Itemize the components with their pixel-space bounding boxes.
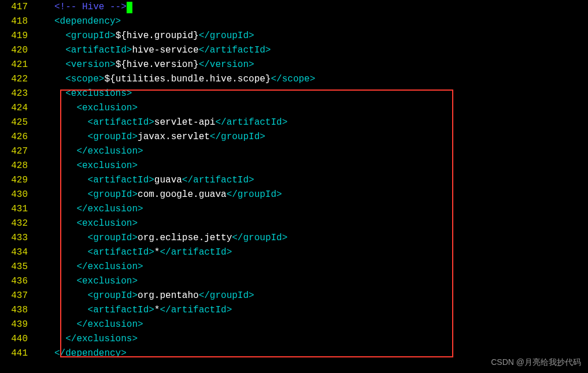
code-token: <dependency>	[54, 16, 121, 27]
code-line[interactable]: 433 <groupId>org.eclipse.jetty</groupId>	[0, 231, 588, 245]
line-number: 439	[0, 318, 31, 332]
code-content[interactable]: <groupId>${hive.groupid}</groupId>	[31, 29, 254, 43]
code-content[interactable]: <artifactId>servlet-api</artifactId>	[31, 115, 287, 130]
code-token: </artifactId>	[160, 247, 232, 258]
code-token: </exclusion>	[76, 262, 143, 272]
code-line[interactable]: 428 <exclusion>	[0, 159, 588, 173]
line-number: 420	[0, 43, 31, 58]
line-number: 431	[0, 202, 31, 217]
code-content[interactable]: <groupId>com.google.guava</groupId>	[31, 188, 282, 202]
code-content[interactable]: <groupId>org.pentaho</groupId>	[31, 289, 254, 303]
code-token: </artifactId>	[215, 117, 287, 128]
code-token: <version>	[65, 59, 115, 70]
code-content[interactable]: <artifactId>*</artifactId>	[31, 245, 232, 260]
line-number: 429	[0, 173, 31, 188]
code-content[interactable]: <exclusions>	[31, 87, 132, 101]
line-number: 440	[0, 332, 31, 346]
code-line[interactable]: 436 <exclusion>	[0, 274, 588, 289]
code-content[interactable]: <exclusion>	[31, 159, 138, 173]
watermark: CSDN @月亮给我抄代码	[491, 355, 581, 370]
code-line[interactable]: 421 <version>${hive.version}</version>	[0, 58, 588, 72]
line-number: 438	[0, 303, 31, 318]
code-content[interactable]: <!-- Hive -->	[31, 0, 132, 14]
code-token: org.pentaho	[138, 290, 199, 301]
code-content[interactable]: <artifactId>guava</artifactId>	[31, 173, 254, 188]
code-line[interactable]: 422 <scope>${utilities.bundle.hive.scope…	[0, 72, 588, 87]
code-content[interactable]: <artifactId>*</artifactId>	[31, 303, 232, 318]
code-token: <groupId>	[88, 233, 138, 243]
line-number: 435	[0, 260, 31, 274]
code-token: <artifactId>	[88, 117, 154, 128]
code-line[interactable]: 427 </exclusion>	[0, 144, 588, 159]
code-token: <scope>	[65, 74, 104, 84]
line-number: 432	[0, 217, 31, 231]
line-number: 430	[0, 188, 31, 202]
code-token: </exclusion>	[76, 319, 143, 330]
code-token: </scope>	[271, 74, 315, 84]
code-line[interactable]: 437 <groupId>org.pentaho</groupId>	[0, 289, 588, 303]
code-line[interactable]: 419 <groupId>${hive.groupid}</groupId>	[0, 29, 588, 43]
code-token: guava	[154, 175, 182, 185]
code-token: *	[154, 247, 160, 258]
code-token: <exclusion>	[76, 218, 138, 229]
code-token: </artifactId>	[199, 45, 271, 55]
code-content[interactable]: </exclusion>	[31, 144, 143, 159]
line-number: 434	[0, 245, 31, 260]
code-token: <!-- Hive -->	[54, 2, 127, 12]
code-content[interactable]: </exclusion>	[31, 318, 143, 332]
code-token: <groupId>	[65, 31, 115, 41]
code-line[interactable]: 438 <artifactId>*</artifactId>	[0, 303, 588, 318]
code-token: <groupId>	[88, 132, 138, 142]
code-token: javax.servlet	[138, 132, 210, 142]
code-editor[interactable]: 417<!-- Hive --> 418<dependency>419 <gro…	[0, 0, 588, 361]
code-content[interactable]: <groupId>javax.servlet</groupId>	[31, 130, 265, 144]
code-line[interactable]: 425 <artifactId>servlet-api</artifactId>	[0, 115, 588, 130]
code-token: <artifactId>	[65, 45, 132, 55]
code-line[interactable]: 424 <exclusion>	[0, 101, 588, 115]
code-token: <exclusion>	[76, 103, 138, 113]
code-content[interactable]: <groupId>org.eclipse.jetty</groupId>	[31, 231, 287, 245]
code-content[interactable]: </exclusion>	[31, 202, 143, 217]
code-token: </artifactId>	[182, 175, 254, 185]
line-number: 437	[0, 289, 31, 303]
code-line[interactable]: 439 </exclusion>	[0, 318, 588, 332]
code-token: </groupId>	[199, 31, 254, 41]
code-content[interactable]: <artifactId>hive-service</artifactId>	[31, 43, 271, 58]
code-line[interactable]: 420 <artifactId>hive-service</artifactId…	[0, 43, 588, 58]
line-number: 436	[0, 274, 31, 289]
code-content[interactable]: <dependency>	[31, 14, 121, 29]
code-content[interactable]: <exclusion>	[31, 217, 138, 231]
code-content[interactable]: </dependency>	[31, 346, 127, 361]
code-token: </dependency>	[54, 348, 127, 359]
code-line[interactable]: 435 </exclusion>	[0, 260, 588, 274]
code-token: hive-service	[132, 45, 198, 55]
line-number: 433	[0, 231, 31, 245]
line-number: 418	[0, 14, 31, 29]
code-line[interactable]: 432 <exclusion>	[0, 217, 588, 231]
code-line[interactable]: 426 <groupId>javax.servlet</groupId>	[0, 130, 588, 144]
code-content[interactable]: <exclusion>	[31, 274, 138, 289]
code-token: <groupId>	[88, 290, 138, 301]
code-line[interactable]: 430 <groupId>com.google.guava</groupId>	[0, 188, 588, 202]
code-token: <groupId>	[88, 189, 138, 200]
code-line[interactable]: 434 <artifactId>*</artifactId>	[0, 245, 588, 260]
code-line[interactable]: 429 <artifactId>guava</artifactId>	[0, 173, 588, 188]
line-number: 419	[0, 29, 31, 43]
code-token: ${hive.version}	[116, 59, 199, 70]
cursor	[127, 2, 132, 13]
code-line[interactable]: 440 </exclusions>	[0, 332, 588, 346]
code-content[interactable]: <scope>${utilities.bundle.hive.scope}</s…	[31, 72, 315, 87]
code-line[interactable]: 431 </exclusion>	[0, 202, 588, 217]
code-content[interactable]: <version>${hive.version}</version>	[31, 58, 254, 72]
line-number: 417	[0, 0, 31, 14]
code-line[interactable]: 418<dependency>	[0, 14, 588, 29]
code-token: <exclusion>	[76, 161, 138, 171]
code-content[interactable]: </exclusion>	[31, 260, 143, 274]
code-token: <exclusion>	[76, 276, 138, 286]
code-token: <artifactId>	[88, 247, 154, 258]
code-content[interactable]: </exclusions>	[31, 332, 138, 346]
code-content[interactable]: <exclusion>	[31, 101, 138, 115]
code-line[interactable]: 417<!-- Hive -->	[0, 0, 588, 14]
code-line[interactable]: 423 <exclusions>	[0, 87, 588, 101]
code-token: </exclusions>	[65, 334, 138, 344]
